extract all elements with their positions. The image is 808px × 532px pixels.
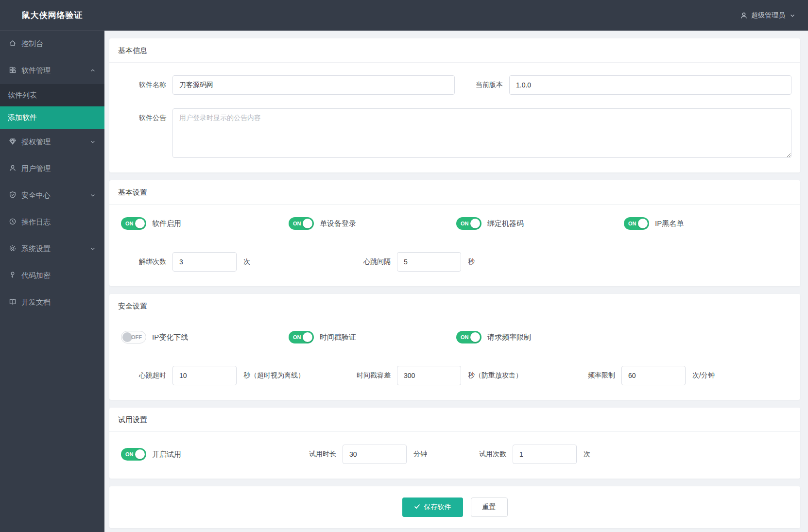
timestamp-tolerance-label: 时间戳容差	[343, 371, 397, 380]
unit-label: 次	[243, 257, 250, 266]
toggle-label: IP变化下线	[152, 333, 188, 342]
card-basic-settings: 基本设置 ON 软件启用 ON 单	[109, 180, 800, 286]
sidebar-item-label: 安全中心	[21, 191, 51, 200]
hint-label: 秒（超时视为离线）	[243, 371, 305, 380]
card-title: 基本设置	[109, 180, 800, 205]
chevron-down-icon	[90, 191, 96, 200]
toggle-knob	[470, 219, 480, 228]
trial-count-input[interactable]	[513, 445, 577, 464]
trial-duration-input[interactable]	[343, 445, 407, 464]
toggle-knob	[122, 332, 132, 342]
save-software-button[interactable]: 保存软件	[402, 498, 463, 517]
sidebar-item-label: 软件列表	[8, 91, 37, 100]
unbind-times-input[interactable]	[172, 252, 237, 272]
rate-limit-input[interactable]	[621, 366, 686, 385]
gear-icon	[9, 244, 17, 254]
unit-label: 秒	[468, 257, 475, 266]
sidebar-item-system-settings[interactable]: 系统设置	[0, 236, 104, 262]
sidebar-item-label: 用户管理	[21, 164, 51, 173]
heartbeat-timeout-input[interactable]	[172, 366, 237, 385]
sidebar-item-add-software[interactable]: 添加软件	[0, 106, 104, 129]
heartbeat-interval-label: 心跳间隔	[343, 257, 397, 266]
sidebar-item-label: 开发文档	[21, 298, 51, 307]
chevron-down-icon	[90, 138, 96, 146]
reset-button[interactable]: 重置	[471, 498, 508, 517]
toggle-single-device-login[interactable]: ON	[289, 217, 314, 230]
toggle-label: 请求频率限制	[487, 333, 531, 342]
unbind-times-label: 解绑次数	[118, 257, 172, 266]
clock-icon	[9, 218, 17, 227]
card-title: 试用设置	[109, 408, 800, 432]
card-title: 基本信息	[109, 38, 800, 63]
notice-textarea[interactable]	[172, 108, 791, 158]
toggle-label: 软件启用	[152, 219, 181, 228]
app-window: 鼠大侠网络验证 超级管理员 控制台	[0, 0, 808, 532]
sidebar-item-dev-docs[interactable]: 开发文档	[0, 289, 104, 316]
toggle-label: 绑定机器码	[487, 219, 524, 228]
toggle-knob	[470, 332, 480, 342]
apps-grid-icon	[9, 66, 17, 75]
toggle-label: 开启试用	[152, 450, 181, 459]
sidebar-item-code-encryption[interactable]: 代码加密	[0, 262, 104, 289]
sidebar-item-label: 系统设置	[21, 244, 51, 254]
sidebar-item-label: 控制台	[21, 39, 43, 49]
sidebar-item-operation-logs[interactable]: 操作日志	[0, 209, 104, 236]
hint-label: 秒（防重放攻击）	[468, 371, 522, 380]
rate-limit-label: 频率限制	[567, 371, 621, 380]
unit-label: 分钟	[413, 450, 427, 459]
sidebar-item-user-mgmt[interactable]: 用户管理	[0, 155, 104, 182]
toggle-software-enabled[interactable]: ON	[121, 217, 146, 230]
user-menu[interactable]: 超级管理员	[751, 11, 785, 20]
toggle-ip-blacklist[interactable]: ON	[624, 217, 649, 230]
key-icon	[9, 271, 17, 280]
sidebar-item-label: 添加软件	[8, 113, 37, 122]
chevron-down-icon	[90, 245, 96, 253]
sidebar: 控制台 软件管理 软件列表 添加软件	[0, 31, 104, 532]
software-name-label: 软件名称	[118, 81, 172, 89]
software-name-input[interactable]	[172, 75, 455, 95]
trial-duration-label: 试用时长	[296, 450, 343, 459]
trial-count-label: 试用次数	[466, 450, 513, 459]
topbar: 超级管理员	[104, 0, 808, 31]
action-bar: 保存软件 重置	[109, 486, 800, 528]
check-icon	[414, 503, 420, 511]
book-icon	[9, 298, 17, 307]
save-button-label: 保存软件	[424, 503, 451, 512]
sidebar-item-label: 授权管理	[21, 137, 51, 147]
notice-label: 软件公告	[118, 108, 172, 122]
home-icon	[9, 39, 17, 49]
toggle-ip-change-offline[interactable]: OFF	[121, 331, 146, 343]
toggle-label: 时间戳验证	[320, 333, 356, 342]
toggle-knob	[135, 219, 145, 228]
chevron-up-icon	[90, 67, 96, 75]
chevron-down-icon[interactable]	[790, 13, 795, 18]
sidebar-item-security-center[interactable]: 安全中心	[0, 182, 104, 209]
shield-check-icon	[9, 191, 17, 200]
current-version-input[interactable]	[509, 75, 791, 95]
sidebar-item-label: 代码加密	[21, 271, 51, 280]
card-security-settings: 安全设置 OFF IP变化下线 ON	[109, 294, 800, 400]
sidebar-item-label: 操作日志	[21, 218, 51, 227]
toggle-label: 单设备登录	[320, 219, 356, 228]
hint-label: 次/分钟	[692, 371, 715, 380]
current-version-label: 当前版本	[455, 81, 509, 89]
toggle-timestamp-verification[interactable]: ON	[289, 331, 314, 343]
main-content: 基本信息 软件名称 当前版本 软件公告	[104, 31, 808, 532]
sidebar-item-dashboard[interactable]: 控制台	[0, 31, 104, 57]
toggle-knob	[135, 449, 145, 459]
toggle-enable-trial[interactable]: ON	[121, 448, 146, 461]
timestamp-tolerance-input[interactable]	[397, 366, 461, 385]
sidebar-item-license-mgmt[interactable]: 授权管理	[0, 129, 104, 155]
app-title: 鼠大侠网络验证	[0, 0, 104, 31]
sidebar-item-software-list[interactable]: 软件列表	[0, 84, 104, 106]
card-trial-settings: 试用设置 ON 开启试用 试用时长 分钟	[109, 408, 800, 479]
heartbeat-interval-input[interactable]	[397, 252, 461, 272]
toggle-rate-limit[interactable]: ON	[456, 331, 481, 343]
sidebar-item-label: 软件管理	[21, 66, 51, 75]
toggle-bind-machine-code[interactable]: ON	[456, 217, 481, 230]
heartbeat-timeout-label: 心跳超时	[118, 371, 172, 380]
user-icon	[9, 164, 17, 173]
toggle-knob	[303, 219, 312, 228]
sidebar-item-software-mgmt[interactable]: 软件管理	[0, 57, 104, 84]
gem-icon	[9, 137, 17, 147]
